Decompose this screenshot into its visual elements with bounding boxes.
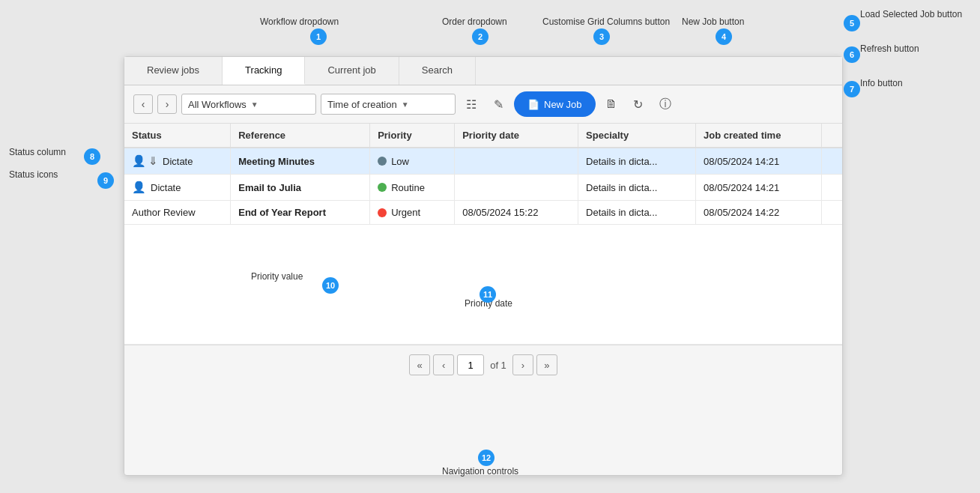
page-number-input[interactable] (457, 354, 484, 375)
table-row[interactable]: 👤 ⇓ Dictate Meeting Minutes (124, 148, 842, 175)
table-header-row: Status Reference Priority Priority date … (124, 124, 842, 148)
annotation-nav-label: Navigation controls (442, 466, 518, 477)
priority-cell: Urgent (370, 201, 455, 225)
badge-8: 8 (84, 148, 100, 165)
job-created-cell: 08/05/2024 14:21 (696, 148, 822, 175)
customise-grid-columns-button[interactable]: ☷ (460, 93, 483, 115)
col-status: Status (124, 124, 231, 148)
specialty-cell: Details in dicta... (578, 148, 696, 175)
refresh-button[interactable]: ↻ (627, 93, 650, 115)
priority-value: Low (391, 156, 409, 167)
workflow-dropdown-value: All Workflows (188, 99, 246, 110)
next-page-button[interactable]: › (512, 354, 533, 375)
row-actions-cell (821, 148, 842, 175)
job-created-cell: 08/05/2024 14:22 (696, 201, 822, 225)
download-icon: ⇓ (148, 154, 158, 168)
person-icon: 👤 (132, 181, 146, 194)
prev-page-button[interactable]: ‹ (433, 354, 454, 375)
tab-search[interactable]: Search (399, 57, 476, 85)
info-button[interactable]: ⓘ (654, 93, 677, 115)
tab-tracking[interactable]: Tracking (223, 57, 305, 85)
table-row[interactable]: Author Review End of Year Report Urgent (124, 201, 842, 225)
annotation-priority-val-label: Priority value (251, 271, 303, 282)
status-cell: 👤 Dictate (124, 175, 231, 201)
specialty-value: Details in dicta... (586, 182, 657, 193)
badge-1: 1 (310, 28, 327, 45)
annotation-status-icons-label: Status icons (9, 169, 58, 180)
col-priority: Priority (370, 124, 455, 148)
last-page-button[interactable]: » (536, 354, 557, 375)
priority-dot (378, 157, 387, 166)
badge-12: 12 (478, 450, 494, 466)
status-label: Author Review (132, 207, 196, 218)
col-priority-date: Priority date (455, 124, 578, 148)
badge-9: 9 (97, 172, 114, 189)
badge-11: 11 (480, 286, 496, 303)
specialty-value: Details in dicta... (586, 156, 657, 167)
tab-current-job[interactable]: Current job (305, 57, 399, 85)
col-specialty: Specialty (578, 124, 696, 148)
priority-cell: Low (370, 148, 455, 175)
priority-badge: Low (378, 156, 447, 167)
job-created-value: 08/05/2024 14:21 (704, 156, 779, 167)
annotation-order-label: Order dropdown (442, 16, 507, 27)
annotation-load-label: Load Selected Job button (860, 9, 962, 19)
row-actions-cell (821, 175, 842, 201)
status-icons-group: 👤 ⇓ (132, 154, 158, 168)
badge-6: 6 (844, 46, 860, 63)
toolbar: ‹ › All Workflows ▼ Time of creation ▼ ☷… (124, 85, 842, 124)
priority-value: Urgent (391, 207, 420, 218)
order-dropdown[interactable]: Time of creation ▼ (321, 94, 456, 115)
reference-cell: End of Year Report (231, 201, 370, 225)
next-page-button[interactable]: › (157, 94, 177, 114)
priority-date-value: 08/05/2024 15:22 (462, 207, 538, 218)
status-cell: 👤 ⇓ Dictate (124, 148, 231, 175)
annotation-newjob-label: New Job button (682, 16, 744, 27)
chevron-down-icon: ▼ (402, 100, 409, 109)
reference-value: End of Year Report (238, 207, 326, 218)
status-label: Dictate (151, 182, 181, 193)
load-selected-job-button[interactable]: 🗎 (600, 93, 623, 115)
col-job-created: Job created time (696, 124, 822, 148)
status-label: Dictate (163, 156, 193, 167)
tabs-bar: Review jobs Tracking Current job Search (124, 57, 842, 85)
tab-review-jobs[interactable]: Review jobs (124, 57, 223, 85)
job-created-cell: 08/05/2024 14:21 (696, 175, 822, 201)
priority-badge: Urgent (378, 207, 447, 218)
col-actions (821, 124, 842, 148)
page-of-label: of 1 (490, 360, 506, 371)
badge-7: 7 (844, 81, 860, 97)
person-icon: 👤 (132, 154, 146, 168)
first-page-button[interactable]: « (409, 354, 430, 375)
chevron-down-icon: ▼ (251, 100, 258, 109)
new-job-button[interactable]: 📄 New Job (514, 91, 596, 117)
jobs-table: Status Reference Priority Priority date … (124, 124, 842, 345)
table-body: 👤 ⇓ Dictate Meeting Minutes (124, 148, 842, 345)
new-dictation-icon-button[interactable]: ✎ (487, 93, 509, 115)
col-reference: Reference (231, 124, 370, 148)
reference-cell: Meeting Minutes (231, 148, 370, 175)
table-row[interactable]: 👤 Dictate Email to Julia Routine (124, 175, 842, 201)
job-created-value: 08/05/2024 14:22 (704, 207, 779, 218)
priority-dot (378, 183, 387, 192)
status-cell: Author Review (124, 201, 231, 225)
outer-container: Workflow dropdown 1 Order dropdown 2 Cus… (0, 0, 980, 493)
reference-cell: Email to Julia (231, 175, 370, 201)
priority-badge: Routine (378, 182, 447, 193)
job-created-value: 08/05/2024 14:21 (704, 182, 779, 193)
pagination-bar: « ‹ of 1 › » (124, 345, 842, 384)
reference-value: Email to Julia (238, 182, 301, 193)
badge-3: 3 (593, 28, 610, 45)
reference-value: Meeting Minutes (238, 156, 315, 167)
annotation-workflow-label: Workflow dropdown (260, 16, 339, 27)
specialty-value: Details in dicta... (586, 207, 657, 218)
annotation-refresh-label: Refresh button (860, 43, 919, 54)
badge-5: 5 (844, 15, 860, 31)
workflow-dropdown[interactable]: All Workflows ▼ (181, 94, 316, 115)
prev-page-button[interactable]: ‹ (133, 94, 153, 114)
row-actions-cell (821, 201, 842, 225)
badge-4: 4 (716, 28, 732, 45)
priority-dot (378, 208, 387, 217)
priority-date-cell (455, 175, 578, 201)
annotation-customise-label: Customise Grid Columns button (542, 16, 670, 27)
